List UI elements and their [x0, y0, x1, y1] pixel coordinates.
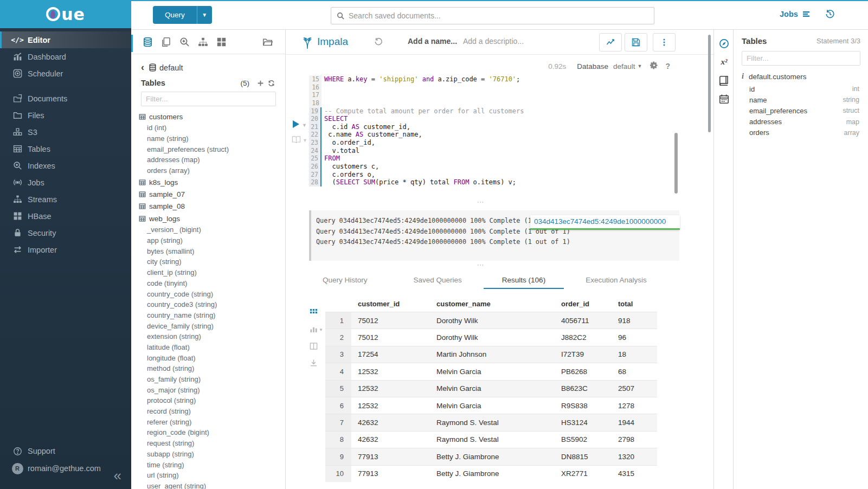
sidebar-item-hbase[interactable]: HBase: [0, 208, 131, 224]
assist-column-row[interactable]: method (string): [147, 363, 285, 374]
assist-column-row[interactable]: device_family (string): [147, 321, 285, 332]
assist-column-row[interactable]: id (int): [147, 123, 285, 133]
sidebar-item-indexes[interactable]: Indexes: [0, 157, 131, 174]
breadcrumb-database-name[interactable]: default: [159, 63, 183, 72]
columns-view-icon[interactable]: [310, 342, 320, 352]
assist-table-customers[interactable]: customers: [139, 111, 285, 123]
assist-column-row[interactable]: time (string): [147, 460, 285, 471]
result-row-1[interactable]: 175012Dorothy Wilk4056711918: [325, 312, 657, 329]
result-row-9[interactable]: 977913Betty J. GiambroneDN88151320: [325, 448, 657, 465]
right-column-orders[interactable]: ordersarray: [749, 127, 859, 138]
sidebar-item-user[interactable]: R romain@gethue.com: [0, 460, 131, 477]
result-row-4[interactable]: 412532Melvin GarciaPB626868: [325, 363, 657, 379]
assist-table-web_logs[interactable]: web_logs: [139, 213, 285, 224]
language-reference-icon[interactable]: [714, 71, 734, 89]
sitemap-icon[interactable]: [197, 36, 209, 48]
query-button-label[interactable]: Query: [153, 6, 197, 24]
assist-column-row[interactable]: client_ip (string): [147, 267, 285, 278]
assist-table-k8s_logs[interactable]: k8s_logs: [139, 176, 285, 188]
assist-column-row[interactable]: name (string): [147, 133, 285, 144]
book-caret-icon[interactable]: ▼: [303, 138, 307, 143]
documents-copy-icon[interactable]: [160, 36, 172, 48]
chart-view-icon[interactable]: ▼: [310, 325, 320, 336]
code-line-19[interactable]: 19-- Compute total amount per order for …: [286, 107, 713, 115]
result-row-5[interactable]: 512532Melvin GarciaB8623C2507: [325, 380, 657, 397]
assist-column-row[interactable]: request (string): [147, 438, 285, 449]
assist-column-row[interactable]: email_preferences (struct): [147, 144, 285, 155]
result-row-6[interactable]: 612532Melvin GarciaR9S8381278: [325, 397, 657, 414]
sidebar-item-dashboard[interactable]: Dashboard: [0, 48, 131, 65]
tab-results-106-[interactable]: Results (106): [484, 273, 564, 289]
query-id-link[interactable]: 034d413ec7474ed5:4249de1000000000: [530, 215, 680, 230]
assist-column-row[interactable]: country_code (string): [147, 289, 285, 300]
page-scrollbar[interactable]: [708, 35, 711, 132]
query-history-icon[interactable]: [825, 9, 835, 21]
download-icon[interactable]: [310, 359, 320, 369]
sidebar-item-streams[interactable]: Streams: [0, 191, 131, 208]
folder-open-icon[interactable]: [261, 36, 273, 48]
database-caret-icon[interactable]: ▼: [638, 63, 642, 69]
assist-column-row[interactable]: _version_ (bigint): [147, 224, 285, 235]
result-row-7[interactable]: 742632Raymond S. VestalHS31241944: [325, 414, 657, 430]
code-line-16[interactable]: 16: [286, 83, 713, 92]
sidebar-item-security[interactable]: Security: [0, 224, 131, 241]
assist-table-sample_07[interactable]: sample_07: [139, 188, 285, 200]
query-name-field[interactable]: Add a name...: [408, 37, 457, 46]
code-line-15[interactable]: 15WHERE a.key = 'shipping' and a.zip_cod…: [286, 75, 713, 83]
hue-logo[interactable]: ue: [0, 0, 131, 28]
code-line-18[interactable]: 18: [286, 99, 713, 107]
code-line-26[interactable]: 26 customers c,: [286, 163, 713, 171]
sidebar-item-importer[interactable]: Importer: [0, 241, 131, 258]
grid-view-icon[interactable]: [310, 308, 320, 319]
assist-column-row[interactable]: country_code3 (string): [147, 299, 285, 310]
code-line-27[interactable]: 27 c.orders o,: [286, 171, 713, 179]
resize-handle-top[interactable]: ⋯: [286, 200, 676, 205]
zoom-in-icon[interactable]: [178, 36, 190, 48]
result-column-header[interactable]: customer_name: [430, 300, 555, 308]
more-options-button[interactable]: [653, 33, 676, 52]
code-line-21[interactable]: 21 c.id AS customer_id,: [286, 123, 713, 131]
sidebar-item-editor[interactable]: </>Editor: [0, 31, 131, 48]
undo-history-icon[interactable]: [374, 37, 383, 48]
functions-icon[interactable]: x²: [714, 53, 734, 71]
assist-column-row[interactable]: addresses (map): [147, 155, 285, 165]
sidebar-item-s3[interactable]: S3: [0, 124, 131, 140]
apps-grid-icon[interactable]: [215, 36, 227, 48]
right-panel-filter-input[interactable]: [742, 51, 860, 66]
assist-column-row[interactable]: region_code (bigint): [147, 427, 285, 438]
result-row-10[interactable]: 1077913Betty J. GiambroneXR27714315: [325, 465, 657, 482]
assist-column-row[interactable]: orders (array): [147, 165, 285, 176]
assist-compass-icon[interactable]: [714, 34, 734, 53]
assist-column-row[interactable]: os_major (string): [147, 385, 285, 396]
execute-caret-icon[interactable]: ▼: [302, 123, 307, 128]
assist-column-row[interactable]: subapp (string): [147, 449, 285, 460]
result-row-2[interactable]: 275012Dorothy WilkJ882C296: [325, 329, 657, 345]
add-table-icon[interactable]: [256, 80, 265, 87]
code-line-23[interactable]: 23 o.order_id,: [286, 139, 713, 147]
tab-query-history[interactable]: Query History: [317, 273, 373, 289]
assist-column-row[interactable]: app (string): [147, 235, 285, 246]
assist-column-row[interactable]: record (string): [147, 406, 285, 417]
result-column-header[interactable]: order_id: [555, 300, 612, 308]
assist-column-row[interactable]: city (string): [147, 256, 285, 267]
assist-column-row[interactable]: latitude (float): [147, 342, 285, 353]
sidebar-item-support[interactable]: Support: [0, 442, 131, 460]
back-chevron-icon[interactable]: ‹: [141, 62, 144, 73]
assist-column-row[interactable]: country_name (string): [147, 310, 285, 321]
result-column-header[interactable]: customer_id: [351, 300, 430, 308]
assist-column-row[interactable]: code (tinyint): [147, 278, 285, 289]
query-dropdown-caret-icon[interactable]: ▼: [197, 6, 212, 24]
assist-column-row[interactable]: os_family (string): [147, 374, 285, 385]
database-icon[interactable]: [142, 36, 153, 48]
right-column-email_preferences[interactable]: email_preferencesstruct: [749, 105, 859, 116]
tab-saved-queries[interactable]: Saved Queries: [408, 273, 467, 289]
query-button[interactable]: Query ▼: [153, 6, 212, 24]
code-editor[interactable]: 15WHERE a.key = 'shipping' and a.zip_cod…: [286, 75, 713, 197]
jobs-link[interactable]: Jobs: [780, 10, 811, 18]
right-column-name[interactable]: namestring: [749, 94, 859, 105]
settings-gear-icon[interactable]: [650, 61, 658, 71]
assist-column-row[interactable]: url (string): [147, 470, 285, 481]
resize-handle-bottom[interactable]: ⋯: [286, 263, 676, 268]
code-line-22[interactable]: 22 c.name AS customer_name,: [286, 131, 713, 139]
info-icon[interactable]: i: [742, 72, 744, 81]
